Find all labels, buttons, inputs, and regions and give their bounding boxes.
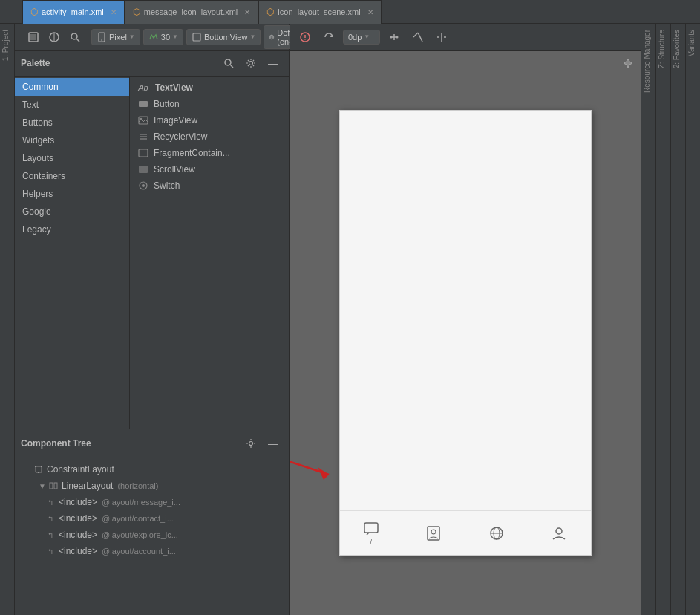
svg-point-7 <box>101 39 102 41</box>
bottom-messages-icon[interactable]: / <box>363 521 379 546</box>
svg-rect-8 <box>193 33 200 41</box>
palette-cat-layouts[interactable]: Layouts <box>15 149 129 167</box>
canvas-offset-arrow: ▼ <box>364 33 370 40</box>
bottom-view-dropdown[interactable]: BottomView ▼ <box>186 29 261 45</box>
pin-btn[interactable] <box>623 58 633 71</box>
svg-rect-1 <box>30 34 36 40</box>
palette-item-imageview[interactable]: ImageView <box>133 112 286 128</box>
recyclerview-icon <box>137 131 149 143</box>
palette-item-textview[interactable]: Ab TextView <box>133 79 286 96</box>
main-toolbar: Pixel ▼ 30 ▼ BottomView ▼ <box>15 24 289 51</box>
device-dropdown[interactable]: Pixel ▼ <box>91 29 140 45</box>
tree-item-constraint[interactable]: ConstraintLayout <box>18 461 286 478</box>
component-tree-title: Component Tree <box>21 438 91 449</box>
palette-cat-buttons[interactable]: Buttons <box>15 114 129 131</box>
include1-label: <include> <box>59 497 97 507</box>
svg-rect-29 <box>50 483 53 489</box>
svg-point-49 <box>556 528 562 534</box>
tree-minimize-btn[interactable]: — <box>264 434 283 453</box>
svg-rect-21 <box>139 149 148 157</box>
tab-activity-main[interactable]: ⬡ activity_main.xml ✕ <box>22 0 125 24</box>
structure-label[interactable]: Z: Structure <box>656 24 670 74</box>
svg-line-36 <box>418 33 422 42</box>
favorites-label[interactable]: 2: Favorites <box>671 24 685 74</box>
tree-item-include2[interactable]: ↰ <include> @layout/contact_i... <box>18 510 286 527</box>
device-arrow: ▼ <box>129 33 135 40</box>
palette-item-button[interactable]: Button <box>133 96 286 112</box>
blueprint-view-btn[interactable] <box>45 27 64 47</box>
palette-title: Palette <box>21 58 50 68</box>
palette-cat-widgets[interactable]: Widgets <box>15 131 129 149</box>
canvas-refresh-btn[interactable] <box>319 27 338 47</box>
palette-cat-legacy[interactable]: Legacy <box>15 221 129 238</box>
tree-settings-btn[interactable] <box>241 434 261 453</box>
tab-close-3[interactable]: ✕ <box>367 8 373 16</box>
linear-sublabel: (horizontal) <box>117 481 158 490</box>
palette-header: Palette <box>15 51 289 77</box>
svg-marker-42 <box>318 467 329 480</box>
include3-label: <include> <box>59 530 97 540</box>
tree-item-linear[interactable]: ▼ LinearLayout (horizontal) <box>18 478 286 494</box>
linear-icon <box>48 480 59 492</box>
resource-manager-label[interactable]: Resource Manager <box>641 24 655 99</box>
palette-cat-containers[interactable]: Containers <box>15 167 129 185</box>
tab-icon-1: ⬡ <box>30 7 38 17</box>
project-label[interactable]: 1: Project <box>0 24 14 67</box>
palette-item-recyclerview[interactable]: RecyclerView <box>133 128 286 145</box>
svg-line-41 <box>290 434 329 475</box>
palette-item-switch[interactable]: Switch <box>133 178 286 194</box>
svg-rect-22 <box>139 166 148 173</box>
tree-item-include3[interactable]: ↰ <include> @layout/explore_ic... <box>18 527 286 543</box>
constraint-icon <box>33 463 45 475</box>
svg-point-45 <box>431 530 436 534</box>
textview-label: TextView <box>155 82 193 93</box>
button-icon <box>137 98 149 110</box>
include2-label: <include> <box>59 513 97 524</box>
canvas-wand-btn[interactable] <box>408 27 428 47</box>
tab-icon-2: ⬡ <box>133 7 140 17</box>
canvas-margins-btn[interactable] <box>432 27 451 47</box>
red-arrow <box>290 419 355 495</box>
canvas-area: / <box>290 51 641 615</box>
toolbar-view-controls <box>21 27 88 47</box>
include2-icon: ↰ <box>45 512 56 524</box>
scrollview-label: ScrollView <box>154 164 195 175</box>
canvas-link-btn[interactable] <box>385 27 404 47</box>
include4-sublabel: @layout/account_i... <box>102 547 176 556</box>
svg-line-13 <box>231 65 234 68</box>
zoom-btn[interactable] <box>65 27 85 47</box>
palette-minimize-btn[interactable]: — <box>264 53 283 73</box>
bottom-messages-label: / <box>370 538 372 546</box>
palette-search-btn[interactable] <box>219 53 238 73</box>
tab-icon-layout-scene[interactable]: ⬡ icon_layout_scene.xml ✕ <box>258 0 381 24</box>
tab-close-2[interactable]: ✕ <box>244 8 250 16</box>
linear-arrow: ▼ <box>39 482 48 490</box>
bottom-explore-icon[interactable] <box>488 525 505 541</box>
bottom-view-label: BottomView <box>204 33 248 42</box>
bottom-contacts-icon[interactable] <box>425 525 442 541</box>
palette-cat-google[interactable]: Google <box>15 203 129 221</box>
tab-close-1[interactable]: ✕ <box>111 8 117 16</box>
palette-cat-text[interactable]: Text <box>15 96 129 114</box>
tab-label-3: icon_layout_scene.xml <box>278 7 360 16</box>
palette-item-fragment[interactable]: FragmentContain... <box>133 145 286 161</box>
canvas-error-btn[interactable] <box>295 27 315 47</box>
palette-settings-btn[interactable] <box>241 53 261 73</box>
button-label: Button <box>154 99 180 109</box>
tab-message-icon[interactable]: ⬡ message_icon_layout.xml ✕ <box>125 0 259 24</box>
bottom-account-icon[interactable] <box>551 525 567 541</box>
palette-item-scrollview[interactable]: ScrollView <box>133 161 286 178</box>
design-view-btn[interactable] <box>24 27 43 47</box>
imageview-icon <box>137 114 149 126</box>
svg-point-24 <box>142 184 145 187</box>
tree-item-include4[interactable]: ↰ <include> @layout/account_i... <box>18 543 286 559</box>
canvas-offset-dropdown[interactable]: 0dp ▼ <box>343 30 380 45</box>
variants-label[interactable]: Variants <box>686 24 700 62</box>
palette-cat-helpers[interactable]: Helpers <box>15 185 129 203</box>
api-dropdown[interactable]: 30 ▼ <box>143 29 183 45</box>
design-canvas: 0dp ▼ <box>290 24 641 615</box>
svg-rect-30 <box>54 483 57 489</box>
tree-item-include1[interactable]: ↰ <include> @layout/message_i... <box>18 494 286 510</box>
palette-cat-common[interactable]: Common <box>15 78 129 96</box>
imageview-label: ImageView <box>154 115 197 126</box>
